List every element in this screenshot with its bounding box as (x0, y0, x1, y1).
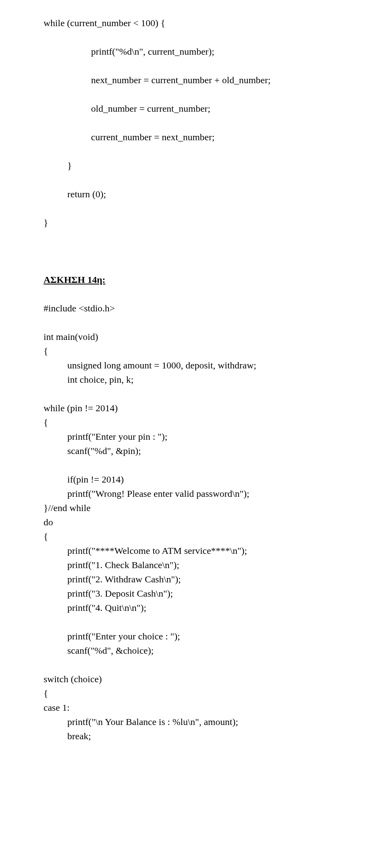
code-line: next_number = current_number + old_numbe… (44, 73, 336, 87)
code-line: if(pin != 2014) (44, 472, 336, 486)
code-line: current_number = next_number; (44, 130, 336, 144)
code-line: printf("\n Your Balance is : %lu\n", amo… (44, 715, 336, 729)
code-line: printf("****Welcome to ATM service****\n… (44, 544, 336, 558)
exercise-heading: ΑΣΚΗΣΗ 14η: (44, 273, 336, 287)
code-line: unsigned long amount = 1000, deposit, wi… (44, 358, 336, 372)
code-line: printf("%d\n", current_number); (44, 44, 336, 59)
code-line: { (44, 686, 336, 700)
code-line: #include <stdio.h> (44, 301, 336, 315)
code-line: printf("3. Deposit Cash\n"); (44, 586, 336, 601)
code-line: while (pin != 2014) (44, 401, 336, 415)
document-page: while (current_number < 100) { printf("%… (0, 0, 380, 868)
code-line: { (44, 415, 336, 429)
code-line: break; (44, 729, 336, 743)
code-line: scanf("%d", &choice); (44, 643, 336, 658)
code-line: old_number = current_number; (44, 101, 336, 116)
code-line: switch (choice) (44, 672, 336, 686)
code-line: printf("1. Check Balance\n"); (44, 558, 336, 572)
code-line: while (current_number < 100) { (44, 16, 336, 30)
code-line: printf("Wrong! Please enter valid passwo… (44, 486, 336, 501)
code-line: scanf("%d", &pin); (44, 444, 336, 458)
code-line: int main(void) (44, 330, 336, 344)
code-line: case 1: (44, 700, 336, 715)
code-line: } (44, 216, 336, 230)
code-line: printf("4. Quit\n\n"); (44, 601, 336, 615)
code-line: { (44, 344, 336, 358)
code-line: } (44, 158, 336, 173)
code-line: printf("Enter your pin : "); (44, 429, 336, 444)
code-line: printf("2. Withdraw Cash\n"); (44, 572, 336, 586)
code-line: { (44, 529, 336, 544)
code-line: return (0); (44, 187, 336, 201)
code-line: int choice, pin, k; (44, 372, 336, 387)
code-line: }//end while (44, 501, 336, 515)
code-line: do (44, 515, 336, 529)
code-line: printf("Enter your choice : "); (44, 629, 336, 643)
